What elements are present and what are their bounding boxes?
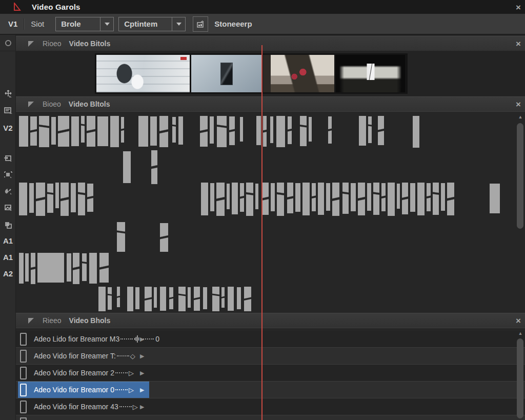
list-item[interactable]: Adeo Lido fior Breamor M3 0 ▶ bbox=[16, 331, 525, 348]
disclosure-triangle-icon[interactable] bbox=[28, 318, 34, 324]
tool-sidebar: V2 bbox=[0, 35, 16, 420]
text-block-fragment bbox=[221, 287, 225, 308]
move-tool-button[interactable] bbox=[0, 89, 16, 98]
frame-tool-button[interactable] bbox=[0, 204, 16, 212]
panel-text-header[interactable]: Bioeo Video Bltols × bbox=[16, 96, 525, 111]
text-block-fragment bbox=[87, 116, 95, 147]
text-block-fragment bbox=[121, 117, 124, 143]
text-block-fragment bbox=[212, 287, 219, 311]
text-block-fragment bbox=[427, 183, 431, 211]
panel-clips-tab[interactable]: Rioeo bbox=[43, 39, 62, 48]
dotted-connector bbox=[119, 406, 132, 407]
text-block-fragment bbox=[210, 116, 214, 144]
text-block-fragment bbox=[287, 183, 293, 213]
insert-tool-button[interactable] bbox=[0, 154, 16, 163]
expand-arrow-icon[interactable]: ▶ bbox=[140, 387, 144, 393]
expand-arrow-icon[interactable]: ▶ bbox=[140, 353, 144, 359]
panel-clips: Rioeo Video Bitols × bbox=[16, 36, 525, 96]
playhead-line[interactable] bbox=[261, 45, 262, 420]
text-block-fragment bbox=[256, 116, 261, 145]
list-item[interactable]: Adeo Vido fior Breamer T: ◇ ▶ bbox=[16, 348, 525, 365]
panel-clips-header[interactable]: Rioeo Video Bitols × bbox=[16, 36, 525, 51]
dotted-connector bbox=[117, 355, 129, 356]
mode-dropdown[interactable]: Brole bbox=[55, 17, 114, 31]
text-block-fragment bbox=[81, 116, 85, 143]
text-block-fragment bbox=[210, 183, 214, 211]
brush-tool-button[interactable] bbox=[0, 187, 16, 195]
panel-list-scrollbar[interactable]: ▲ bbox=[516, 328, 525, 420]
expand-arrow-icon[interactable]: ▶ bbox=[140, 404, 144, 410]
text-block-fragment bbox=[29, 183, 34, 213]
clip-thumbnail-3[interactable] bbox=[263, 55, 334, 92]
dotted-connector bbox=[120, 338, 133, 339]
text-block-fragment bbox=[229, 116, 235, 145]
text-block-fragment bbox=[58, 116, 69, 147]
panel-close-icon[interactable]: × bbox=[516, 316, 521, 325]
text-block-fragment bbox=[302, 183, 310, 215]
text-block-fragment bbox=[87, 184, 93, 212]
window-close-icon[interactable]: × bbox=[516, 3, 521, 11]
text-block-fragment bbox=[447, 183, 454, 215]
arrow-outline-icon: ▷ bbox=[129, 387, 134, 393]
text-block-fragment bbox=[217, 116, 227, 147]
expand-arrow-icon[interactable]: ▶ bbox=[140, 370, 144, 376]
disclosure-triangle-icon[interactable] bbox=[28, 102, 34, 107]
dotted-connector bbox=[115, 389, 128, 390]
duplicate-tool-button[interactable] bbox=[0, 221, 16, 229]
disclosure-triangle-icon[interactable] bbox=[28, 41, 34, 47]
clip-track-area bbox=[16, 51, 525, 96]
panel-clips-title: Video Bitols bbox=[69, 39, 111, 48]
text-block-fragment bbox=[402, 183, 408, 214]
scroll-up-icon[interactable]: ▲ bbox=[516, 114, 525, 119]
clip-thumbnail-1[interactable] bbox=[96, 55, 190, 92]
panel-list-tab[interactable]: Rieeo bbox=[43, 316, 62, 325]
clip-slot-icon bbox=[20, 333, 27, 346]
scrollbar-thumb[interactable] bbox=[517, 123, 523, 229]
list-item-selected[interactable]: Adeo Vido fior Breamor 0 ▷ ▶ bbox=[16, 382, 525, 398]
scroll-up-icon[interactable]: ▲ bbox=[516, 331, 525, 336]
noise-layer bbox=[16, 112, 516, 313]
text-block-fragment bbox=[300, 116, 307, 146]
text-block-fragment bbox=[71, 183, 76, 212]
text-block-fragment bbox=[381, 183, 386, 211]
clip-list-tool-button[interactable] bbox=[0, 107, 16, 115]
text-block-fragment bbox=[108, 287, 112, 310]
text-block-fragment bbox=[388, 183, 395, 216]
chevron-down-icon[interactable] bbox=[100, 17, 113, 31]
text-block-fragment bbox=[200, 116, 208, 147]
clip-thumbnail-4[interactable] bbox=[336, 55, 405, 92]
panel-close-icon[interactable]: × bbox=[516, 39, 521, 48]
panel-close-icon[interactable]: × bbox=[516, 100, 521, 109]
sidebar-track-a1b[interactable]: A1 bbox=[0, 253, 16, 262]
text-block-fragment bbox=[490, 184, 500, 213]
scrollbar-thumb[interactable] bbox=[517, 338, 523, 418]
list-item[interactable] bbox=[16, 415, 525, 420]
option-dropdown[interactable]: Cptintem bbox=[118, 17, 186, 31]
panel-text-title: Video Bltols bbox=[69, 100, 110, 108]
sidebar-track-v2[interactable]: V2 bbox=[0, 124, 16, 132]
clip-thumbnail-2[interactable] bbox=[191, 55, 261, 92]
text-block-fragment bbox=[410, 183, 415, 212]
text-block-fragment bbox=[60, 183, 69, 216]
diamond-icon: ◇ bbox=[130, 353, 135, 359]
text-block-fragment bbox=[55, 183, 59, 208]
export-settings-button[interactable] bbox=[193, 16, 208, 32]
chevron-down-icon[interactable] bbox=[172, 17, 185, 31]
panel-list: Rieeo Video Bhols × Adeo Lido fior Bream… bbox=[16, 313, 525, 420]
text-block-fragment bbox=[270, 116, 273, 143]
expand-arrow-icon[interactable]: ▶ bbox=[140, 336, 144, 343]
list-item[interactable]: Adeo Vido fior Breamor 2 ▷ ▶ bbox=[16, 365, 525, 382]
panel-text-tab[interactable]: Bioeo bbox=[43, 100, 61, 108]
copy-layers-icon bbox=[4, 221, 13, 229]
list-item[interactable]: Adeo Vido fior Breamor 43 ▷ ▶ bbox=[16, 398, 525, 415]
text-block-fragment bbox=[262, 183, 269, 215]
panel-text-scrollbar[interactable]: ▲ bbox=[516, 112, 525, 313]
sidebar-track-a2[interactable]: A2 bbox=[0, 269, 16, 278]
text-block-fragment bbox=[127, 287, 133, 311]
record-indicator[interactable] bbox=[0, 35, 16, 51]
text-block-fragment bbox=[216, 183, 225, 216]
mask-tool-button[interactable] bbox=[0, 171, 16, 179]
list-item-label: Adeo Lido fior Breamor M3 bbox=[34, 335, 119, 343]
panel-list-header[interactable]: Rieeo Video Bhols × bbox=[16, 313, 525, 328]
sidebar-track-a1[interactable]: A1 bbox=[0, 236, 16, 245]
